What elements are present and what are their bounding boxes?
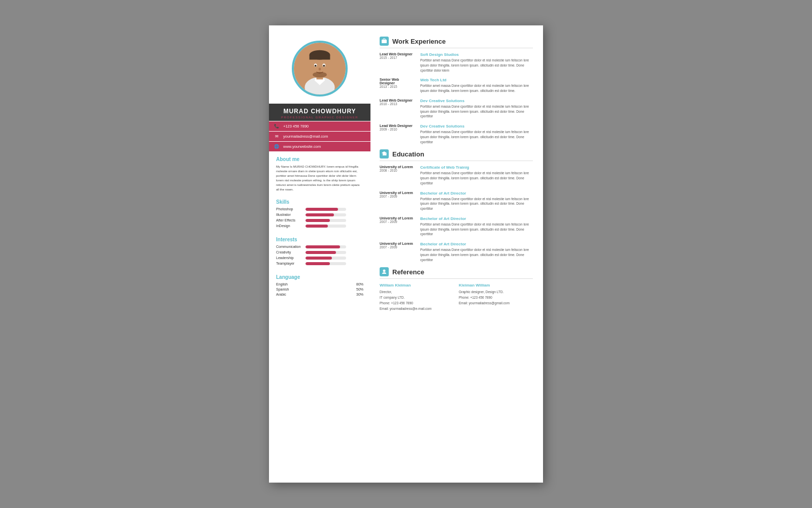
edu-right: Certificate of Web Trainig Porttitor ame… bbox=[420, 165, 533, 185]
interest-label: Communication bbox=[276, 245, 303, 248]
work-date: 2015 - 2017 bbox=[380, 56, 415, 59]
phone-icon: 📞 bbox=[273, 124, 280, 129]
reference-header: Reference bbox=[380, 267, 533, 276]
phone-text: +123 456 7890 bbox=[283, 124, 309, 129]
about-section: About me My Name Is MURAD CHOWDHURY. lor… bbox=[269, 151, 370, 194]
work-left: Lead Web Designer 2010 - 2013 bbox=[380, 99, 415, 119]
edu-desc: Porttitor amet massa Done cporttitor dol… bbox=[420, 247, 533, 262]
interest-label: Leadership bbox=[276, 256, 303, 260]
skill-bar-bg bbox=[306, 208, 346, 211]
left-column: MURAD CHOWDHURY PROFESSIONAL GRAPHIC DES… bbox=[269, 25, 370, 483]
work-company: Dev Creative Solutions bbox=[420, 99, 533, 103]
work-item: Senior Web Designer 2013 - 2015 Web Tech… bbox=[380, 78, 533, 93]
work-item: Lead Web Designer 2009 - 2010 Dev Creati… bbox=[380, 124, 533, 144]
email-text: yourmailadress@mail.com bbox=[283, 134, 328, 139]
work-company: Dev Creative Solutions bbox=[420, 124, 533, 129]
interest-bar-fill bbox=[306, 251, 336, 254]
ref-detail: Graphic designer, Design LTD.Phone: +123… bbox=[459, 289, 533, 306]
skill-bar-bg bbox=[306, 219, 346, 222]
education-title-text: Education bbox=[392, 150, 424, 158]
svg-point-13 bbox=[308, 64, 311, 69]
reference-item: Kleiman William Graphic designer, Design… bbox=[459, 283, 533, 311]
language-item: Arabic 30% bbox=[276, 293, 363, 296]
interest-bar-fill bbox=[306, 262, 330, 265]
svg-rect-18 bbox=[386, 153, 387, 155]
interest-bar-fill bbox=[306, 257, 332, 260]
edu-degree: Certificate of Web Trainig bbox=[420, 165, 533, 170]
edu-right: Bechelor of Art Director Porttitor amet … bbox=[420, 216, 533, 237]
name-box: MURAD CHOWDHURY PROFESSIONAL GRAPHIC DES… bbox=[269, 104, 370, 121]
edu-degree: Bechelor of Art Director bbox=[420, 191, 533, 196]
edu-desc: Porttitor amet massa Done cporttitor dol… bbox=[420, 197, 533, 211]
lang-pct: 30% bbox=[356, 293, 363, 296]
education-item: University of Lorem 2008 - 2010 Certific… bbox=[380, 165, 533, 185]
lang-name: Spanish bbox=[276, 288, 289, 291]
language-item: Spanish 50% bbox=[276, 288, 363, 291]
skill-bar-fill bbox=[306, 225, 328, 228]
skill-label: After Effects bbox=[276, 218, 303, 222]
skill-bar-bg bbox=[306, 225, 346, 228]
interest-bar-bg bbox=[306, 245, 346, 248]
interest-bar-bg bbox=[306, 251, 346, 254]
edu-degree: Bechelor of Art Director bbox=[420, 216, 533, 221]
interest-label: Teamplayer bbox=[276, 262, 303, 265]
avatar bbox=[292, 41, 348, 97]
edu-left: University of Lorem 2008 - 2010 bbox=[380, 165, 415, 185]
work-job-title: Lead Web Designer bbox=[380, 99, 415, 102]
interests-list: Communication Creativity Leadership Team… bbox=[276, 245, 363, 265]
skill-item: Illustrator bbox=[276, 213, 363, 216]
person-title: PROFESSIONAL GRAPHIC DESIGNER bbox=[272, 116, 367, 119]
interest-item: Leadership bbox=[276, 256, 363, 260]
ref-name: William Kleiman bbox=[380, 283, 454, 288]
skill-item: InDesign bbox=[276, 224, 363, 228]
edu-left: University of Lorem 2007 - 2009 bbox=[380, 242, 415, 262]
education-item: University of Lorem 2007 - 2009 Bechelor… bbox=[380, 242, 533, 262]
education-list: University of Lorem 2008 - 2010 Certific… bbox=[380, 165, 533, 262]
work-desc: Porttitor amet massa Done cporttitor dol… bbox=[420, 104, 533, 119]
work-right: Soft Design Studios Porttitor amet massa… bbox=[420, 52, 533, 73]
edu-school: University of Lorem bbox=[380, 242, 415, 245]
person-name: MURAD CHOWDHURY bbox=[272, 108, 367, 115]
work-left: Senior Web Designer 2013 - 2015 bbox=[380, 78, 415, 93]
language-section: Language English 80% Spanish 50% Arabic … bbox=[269, 269, 370, 300]
about-text: My Name Is MURAD CHOWDHURY. lorem empus … bbox=[276, 165, 363, 192]
svg-point-9 bbox=[315, 65, 317, 67]
edu-desc: Porttitor amet massa Done cporttitor dol… bbox=[420, 171, 533, 185]
skill-item: After Effects bbox=[276, 218, 363, 222]
svg-rect-19 bbox=[383, 154, 386, 155]
work-left: Lead Web Designer 2009 - 2010 bbox=[380, 124, 415, 144]
work-desc: Porttitor amet massa Done cporttitor dol… bbox=[420, 58, 533, 73]
website-row: 🌐 www.yourwebsite.com bbox=[269, 142, 370, 151]
reference-icon bbox=[380, 267, 389, 276]
skills-title: Skills bbox=[276, 199, 363, 205]
education-header: Education bbox=[380, 149, 533, 158]
email-icon: ✉ bbox=[273, 134, 280, 139]
language-title: Language bbox=[276, 274, 363, 280]
work-right: Dev Creative Solutions Porttitor amet ma… bbox=[420, 99, 533, 119]
skill-bar-bg bbox=[306, 213, 346, 216]
edu-school: University of Lorem bbox=[380, 191, 415, 195]
education-item: University of Lorem 2007 - 2009 Bechelor… bbox=[380, 191, 533, 211]
svg-point-14 bbox=[328, 64, 332, 69]
lang-pct: 80% bbox=[356, 282, 363, 286]
interests-section: Interests Communication Creativity Leade… bbox=[269, 232, 370, 269]
svg-rect-16 bbox=[383, 39, 385, 40]
work-desc: Porttitor amet massa Done cporttitor dol… bbox=[420, 83, 533, 93]
edu-school: University of Lorem bbox=[380, 165, 415, 169]
education-icon bbox=[380, 149, 389, 158]
website-icon: 🌐 bbox=[273, 144, 280, 149]
work-divider bbox=[380, 48, 533, 48]
interest-item: Creativity bbox=[276, 250, 363, 254]
ref-detail: Director,IT company LTD.Phone: +123 456 … bbox=[380, 289, 454, 311]
work-job-title: Lead Web Designer bbox=[380, 124, 415, 128]
work-right: Web Tech Ltd Porttitor amet massa Done c… bbox=[420, 78, 533, 93]
work-experience-header: Work Experience bbox=[380, 37, 533, 46]
edu-school: University of Lorem bbox=[380, 216, 415, 220]
work-company: Soft Design Studios bbox=[420, 52, 533, 57]
interest-item: Teamplayer bbox=[276, 262, 363, 265]
reference-divider bbox=[380, 278, 533, 279]
education-item: University of Lorem 2007 - 2009 Bechelor… bbox=[380, 216, 533, 237]
skill-label: Illustrator bbox=[276, 213, 303, 216]
language-list: English 80% Spanish 50% Arabic 30% bbox=[276, 282, 363, 296]
work-left: Lead Web Designer 2015 - 2017 bbox=[380, 52, 415, 73]
